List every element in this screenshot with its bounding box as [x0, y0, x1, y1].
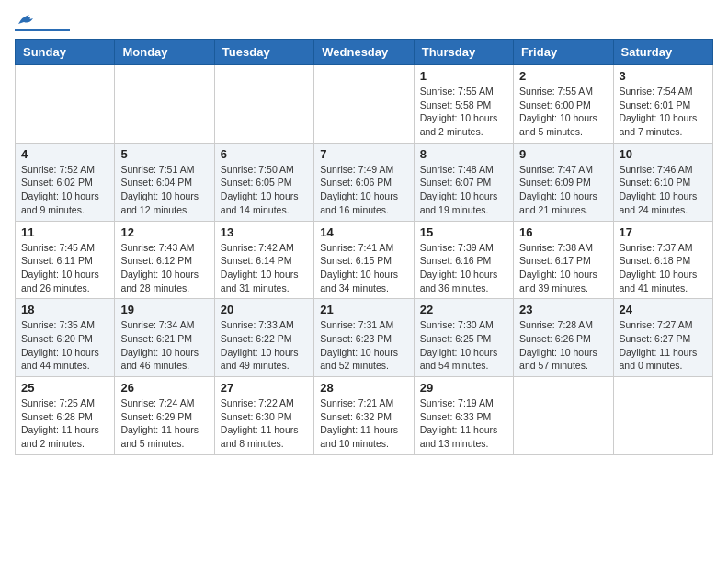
day-number: 13 — [221, 225, 308, 239]
calendar-cell: 8Sunrise: 7:48 AM Sunset: 6:07 PM Daylig… — [414, 143, 513, 221]
col-header-thursday: Thursday — [414, 40, 513, 65]
calendar-cell: 13Sunrise: 7:42 AM Sunset: 6:14 PM Dayli… — [214, 221, 313, 299]
day-number: 28 — [320, 381, 407, 395]
calendar-cell: 10Sunrise: 7:46 AM Sunset: 6:10 PM Dayli… — [613, 143, 712, 221]
calendar-cell: 5Sunrise: 7:51 AM Sunset: 6:04 PM Daylig… — [115, 143, 214, 221]
day-info: Sunrise: 7:43 AM Sunset: 6:12 PM Dayligh… — [120, 241, 208, 295]
calendar-table: SundayMondayTuesdayWednesdayThursdayFrid… — [15, 39, 713, 455]
calendar-cell: 27Sunrise: 7:22 AM Sunset: 6:30 PM Dayli… — [214, 377, 313, 455]
calendar-cell: 16Sunrise: 7:38 AM Sunset: 6:17 PM Dayli… — [514, 221, 613, 299]
day-number: 18 — [21, 303, 108, 316]
calendar-cell — [16, 65, 115, 144]
calendar-cell: 25Sunrise: 7:25 AM Sunset: 6:28 PM Dayli… — [16, 377, 115, 455]
day-number: 5 — [120, 147, 208, 161]
calendar-cell: 7Sunrise: 7:49 AM Sunset: 6:06 PM Daylig… — [314, 143, 414, 221]
day-info: Sunrise: 7:31 AM Sunset: 6:23 PM Dayligh… — [320, 318, 407, 373]
day-number: 3 — [620, 69, 707, 83]
day-info: Sunrise: 7:21 AM Sunset: 6:32 PM Dayligh… — [320, 396, 407, 451]
calendar-cell: 9Sunrise: 7:47 AM Sunset: 6:09 PM Daylig… — [514, 143, 613, 221]
calendar-cell: 2Sunrise: 7:55 AM Sunset: 6:00 PM Daylig… — [514, 65, 613, 144]
day-number: 20 — [221, 303, 308, 316]
day-number: 29 — [420, 381, 507, 395]
day-info: Sunrise: 7:34 AM Sunset: 6:21 PM Dayligh… — [120, 318, 208, 373]
day-number: 2 — [519, 69, 607, 83]
day-info: Sunrise: 7:27 AM Sunset: 6:27 PM Dayligh… — [620, 318, 707, 373]
day-info: Sunrise: 7:46 AM Sunset: 6:10 PM Dayligh… — [620, 163, 707, 217]
day-info: Sunrise: 7:52 AM Sunset: 6:02 PM Dayligh… — [21, 163, 108, 217]
calendar-cell: 6Sunrise: 7:50 AM Sunset: 6:05 PM Daylig… — [214, 143, 313, 221]
calendar-week-5: 25Sunrise: 7:25 AM Sunset: 6:28 PM Dayli… — [16, 377, 713, 455]
day-number: 6 — [221, 147, 308, 161]
calendar-cell: 11Sunrise: 7:45 AM Sunset: 6:11 PM Dayli… — [16, 221, 115, 299]
day-number: 26 — [120, 381, 208, 395]
day-info: Sunrise: 7:55 AM Sunset: 5:58 PM Dayligh… — [420, 85, 507, 139]
day-number: 7 — [320, 147, 407, 161]
day-info: Sunrise: 7:24 AM Sunset: 6:29 PM Dayligh… — [120, 396, 208, 451]
day-info: Sunrise: 7:39 AM Sunset: 6:16 PM Dayligh… — [420, 241, 507, 295]
calendar-cell: 12Sunrise: 7:43 AM Sunset: 6:12 PM Dayli… — [115, 221, 214, 299]
day-number: 24 — [620, 303, 707, 316]
calendar-cell: 22Sunrise: 7:30 AM Sunset: 6:25 PM Dayli… — [414, 299, 513, 377]
day-info: Sunrise: 7:42 AM Sunset: 6:14 PM Dayligh… — [221, 241, 308, 295]
calendar-week-1: 1Sunrise: 7:55 AM Sunset: 5:58 PM Daylig… — [16, 65, 713, 144]
day-number: 19 — [120, 303, 208, 316]
day-number: 15 — [420, 225, 507, 239]
calendar-header-row: SundayMondayTuesdayWednesdayThursdayFrid… — [16, 40, 713, 65]
col-header-tuesday: Tuesday — [214, 40, 313, 65]
calendar-week-3: 11Sunrise: 7:45 AM Sunset: 6:11 PM Dayli… — [16, 221, 713, 299]
day-number: 17 — [620, 225, 707, 239]
calendar-cell: 20Sunrise: 7:33 AM Sunset: 6:22 PM Dayli… — [214, 299, 313, 377]
col-header-wednesday: Wednesday — [314, 40, 414, 65]
day-number: 27 — [221, 381, 308, 395]
calendar-cell — [514, 377, 613, 455]
calendar-cell: 24Sunrise: 7:27 AM Sunset: 6:27 PM Dayli… — [613, 299, 712, 377]
day-number: 8 — [420, 147, 507, 161]
day-info: Sunrise: 7:51 AM Sunset: 6:04 PM Dayligh… — [120, 163, 208, 217]
day-info: Sunrise: 7:41 AM Sunset: 6:15 PM Dayligh… — [320, 241, 407, 295]
logo-bird-icon — [17, 11, 37, 28]
day-info: Sunrise: 7:48 AM Sunset: 6:07 PM Dayligh… — [420, 163, 507, 217]
calendar-cell: 29Sunrise: 7:19 AM Sunset: 6:33 PM Dayli… — [414, 377, 513, 455]
calendar-cell — [314, 65, 414, 144]
calendar-week-2: 4Sunrise: 7:52 AM Sunset: 6:02 PM Daylig… — [16, 143, 713, 221]
day-number: 11 — [21, 225, 108, 239]
col-header-sunday: Sunday — [16, 40, 115, 65]
day-info: Sunrise: 7:22 AM Sunset: 6:30 PM Dayligh… — [221, 396, 308, 451]
day-number: 12 — [120, 225, 208, 239]
day-number: 14 — [320, 225, 407, 239]
calendar-cell — [214, 65, 313, 144]
col-header-monday: Monday — [115, 40, 214, 65]
day-number: 10 — [620, 147, 707, 161]
calendar-cell: 28Sunrise: 7:21 AM Sunset: 6:32 PM Dayli… — [314, 377, 414, 455]
day-info: Sunrise: 7:33 AM Sunset: 6:22 PM Dayligh… — [221, 318, 308, 373]
calendar-cell: 14Sunrise: 7:41 AM Sunset: 6:15 PM Dayli… — [314, 221, 414, 299]
col-header-saturday: Saturday — [613, 40, 712, 65]
page-header — [15, 15, 713, 31]
day-info: Sunrise: 7:19 AM Sunset: 6:33 PM Dayligh… — [420, 396, 507, 451]
day-info: Sunrise: 7:30 AM Sunset: 6:25 PM Dayligh… — [420, 318, 507, 373]
calendar-cell — [613, 377, 712, 455]
calendar-cell: 19Sunrise: 7:34 AM Sunset: 6:21 PM Dayli… — [115, 299, 214, 377]
calendar-cell: 3Sunrise: 7:54 AM Sunset: 6:01 PM Daylig… — [613, 65, 712, 144]
calendar-cell: 4Sunrise: 7:52 AM Sunset: 6:02 PM Daylig… — [16, 143, 115, 221]
col-header-friday: Friday — [514, 40, 613, 65]
day-number: 23 — [519, 303, 607, 316]
calendar-cell — [115, 65, 214, 144]
day-info: Sunrise: 7:49 AM Sunset: 6:06 PM Dayligh… — [320, 163, 407, 217]
calendar-cell: 1Sunrise: 7:55 AM Sunset: 5:58 PM Daylig… — [414, 65, 513, 144]
day-info: Sunrise: 7:37 AM Sunset: 6:18 PM Dayligh… — [620, 241, 707, 295]
calendar-cell: 18Sunrise: 7:35 AM Sunset: 6:20 PM Dayli… — [16, 299, 115, 377]
calendar-cell: 26Sunrise: 7:24 AM Sunset: 6:29 PM Dayli… — [115, 377, 214, 455]
logo — [15, 15, 70, 31]
day-info: Sunrise: 7:28 AM Sunset: 6:26 PM Dayligh… — [519, 318, 607, 373]
calendar-cell: 23Sunrise: 7:28 AM Sunset: 6:26 PM Dayli… — [514, 299, 613, 377]
day-info: Sunrise: 7:54 AM Sunset: 6:01 PM Dayligh… — [620, 85, 707, 139]
day-info: Sunrise: 7:38 AM Sunset: 6:17 PM Dayligh… — [519, 241, 607, 295]
day-number: 25 — [21, 381, 108, 395]
day-info: Sunrise: 7:55 AM Sunset: 6:00 PM Dayligh… — [519, 85, 607, 139]
day-info: Sunrise: 7:35 AM Sunset: 6:20 PM Dayligh… — [21, 318, 108, 373]
calendar-cell: 17Sunrise: 7:37 AM Sunset: 6:18 PM Dayli… — [613, 221, 712, 299]
day-number: 21 — [320, 303, 407, 316]
day-number: 16 — [519, 225, 607, 239]
calendar-cell: 21Sunrise: 7:31 AM Sunset: 6:23 PM Dayli… — [314, 299, 414, 377]
